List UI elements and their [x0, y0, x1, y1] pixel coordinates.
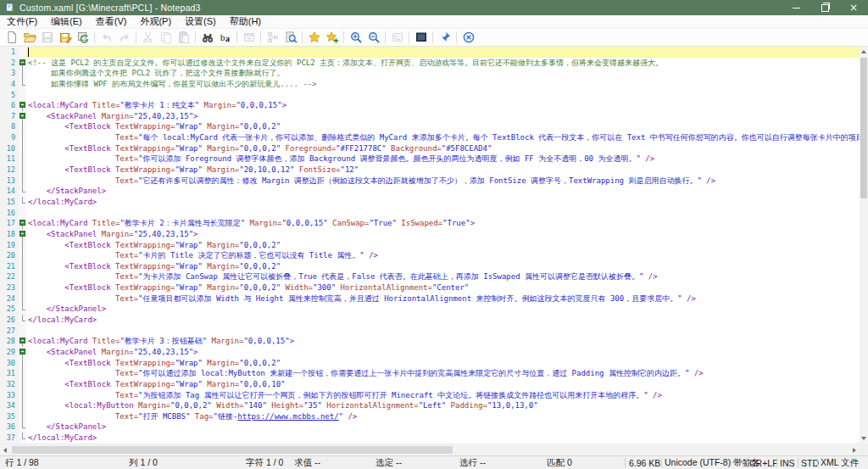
fold-collapse-icon[interactable]	[19, 338, 25, 343]
status-insert-mode[interactable]: INS	[780, 456, 795, 469]
code-text[interactable]: </local:MyCard>	[26, 433, 860, 444]
editor[interactable]: 12<!-- 这是 PCL2 的主页自定义文件。你可以通过修改这个文件来自定义你…	[0, 47, 860, 444]
favorites-button[interactable]	[305, 30, 323, 45]
menu-appearance[interactable]: 外观(P)	[133, 15, 178, 28]
code-text[interactable]: <TextBlock TextWrapping="Wrap" Margin="0…	[26, 240, 860, 251]
fold-margin	[19, 47, 26, 58]
status-line: 行 1 / 98	[5, 456, 39, 469]
open-file-button[interactable]	[20, 30, 38, 45]
add-to-favorites-button[interactable]	[323, 30, 341, 45]
scroll-down-arrow-icon[interactable]	[860, 433, 868, 444]
find-button[interactable]	[198, 30, 216, 45]
horizontal-scrollbar-thumb[interactable]	[12, 446, 453, 454]
code-text[interactable]: Text="打开 MCBBS" Tag="链接-https://www.mcbb…	[26, 411, 860, 422]
code-text[interactable]: </StackPanel>	[26, 304, 860, 315]
status-file-size[interactable]: 6.96 KB	[629, 456, 660, 469]
code-text[interactable]	[26, 326, 860, 337]
code-text[interactable]: 如果你倒腾这个文件把 PCL2 玩炸了，把这个文件直接删除就行了。	[26, 68, 860, 79]
fullscreen-button[interactable]	[412, 30, 430, 45]
code-text[interactable]: Text="它还有许多可以调整的属性：修改 Margin 调整边距（例如这段文本…	[26, 176, 860, 187]
code-text[interactable]: <TextBlock TextWrapping="Wrap" Margin="0…	[26, 358, 860, 369]
code-line: 28<local:MyCard Title="教学卡片 3：按钮基础" Marg…	[0, 336, 860, 347]
code-text[interactable]: <TextBlock TextWrapping="Wrap" Margin="0…	[26, 121, 860, 132]
fold-collapse-icon[interactable]	[19, 102, 25, 108]
code-text[interactable]: <StackPanel Margin="25,40,23,15">	[26, 347, 860, 358]
code-text[interactable]	[26, 208, 860, 219]
zoom-out-button[interactable]	[364, 30, 382, 45]
code-text[interactable]: <TextBlock TextWrapping="Wrap" Margin="0…	[26, 282, 860, 293]
fold-collapse-icon[interactable]	[19, 220, 25, 226]
fold-toggle[interactable]	[19, 218, 26, 229]
fold-collapse-icon[interactable]	[19, 113, 25, 119]
fold-toggle[interactable]	[19, 229, 26, 240]
code-text[interactable]	[26, 90, 860, 101]
fold-collapse-icon[interactable]	[19, 59, 25, 65]
replace-button[interactable]: ba	[216, 30, 234, 45]
new-file-button[interactable]	[3, 30, 20, 45]
scroll-left-arrow-icon[interactable]	[0, 444, 10, 455]
fold-toggle[interactable]	[19, 58, 26, 69]
line-number: 16	[0, 208, 19, 219]
fold-toggle[interactable]	[19, 347, 26, 358]
fold-toggle[interactable]	[19, 100, 26, 111]
code-text[interactable]: <local:MyButton Margin="0,0,0,2" Width="…	[26, 400, 860, 411]
code-text[interactable]: <local:MyCard Title="教学卡片 1：纯文本" Margin=…	[26, 100, 860, 111]
status-eol-mode[interactable]: CR+LF	[749, 456, 778, 469]
revert-file-button[interactable]	[74, 30, 92, 45]
code-text[interactable]: Text="你可以添加 Foreground 调整字体颜色，添加 Backgro…	[26, 154, 860, 165]
code-text[interactable]: </local:MyCard>	[26, 197, 860, 208]
code-text[interactable]: <TextBlock TextWrapping="Wrap" Margin="0…	[26, 379, 860, 390]
fold-collapse-icon[interactable]	[19, 349, 25, 355]
code-text[interactable]: <local:MyCard Title="教学卡片 3：按钮基础" Margin…	[26, 336, 860, 347]
scroll-up-arrow-icon[interactable]	[860, 47, 868, 57]
code-text[interactable]: <local:MyCard Title="教学卡片 2：卡片属性与长宽限定" M…	[26, 218, 860, 229]
code-text[interactable]: 如果你懂得 WPF 的布局文件编写，你甚至可以做出不少的新玩意儿.... -->	[26, 79, 860, 90]
minimize-button[interactable]	[782, 0, 810, 15]
code-text[interactable]: Text="你可以通过添加 local:MyButton 来新建一个按钮，你需要…	[26, 368, 860, 379]
status-file-type[interactable]: XML 文件	[821, 456, 859, 469]
code-text[interactable]: Text="卡片的 Title 决定了它的标题，它也可以没有 Title 属性。…	[26, 250, 860, 261]
code-text[interactable]: <!-- 这是 PCL2 的主页自定义文件。你可以通过修改这个文件来自定义你的 …	[26, 58, 860, 69]
menu-settings[interactable]: 设置(S)	[178, 15, 223, 28]
code-text[interactable]: Text="为按钮添加 Tag 属性可以让它打开一个网页，例如下方的按钮即可打开…	[26, 390, 860, 401]
toolbar-separator	[302, 31, 303, 43]
code-line: 4 如果你懂得 WPF 的布局文件编写，你甚至可以做出不少的新玩意儿.... -…	[0, 79, 860, 90]
line-number: 25	[0, 304, 19, 315]
menu-edit[interactable]: 编辑(E)	[44, 15, 89, 28]
scroll-right-arrow-icon[interactable]	[849, 444, 860, 455]
code-text[interactable]: </StackPanel>	[26, 422, 860, 433]
fullscreen-icon	[415, 31, 428, 44]
code-text[interactable]	[26, 47, 860, 58]
code-text[interactable]: <TextBlock TextWrapping="Wrap" Margin="0…	[26, 261, 860, 272]
code-text[interactable]: </StackPanel>	[26, 186, 860, 197]
vertical-scrollbar[interactable]	[860, 47, 868, 444]
menu-view[interactable]: 查看(V)	[89, 15, 134, 28]
code-text[interactable]: Text="为卡片添加 CanSwap 属性让它可以被折叠，True 代表是，F…	[26, 271, 860, 282]
save-file-button	[38, 30, 56, 45]
fold-collapse-icon[interactable]	[19, 231, 25, 237]
save-file-as-button[interactable]	[56, 30, 74, 45]
code-text[interactable]: Text="每个 local:MyCard 代表一张卡片，你可以添加、删除格式类…	[26, 132, 860, 143]
restore-button[interactable]	[810, 0, 839, 15]
code-text[interactable]: <StackPanel Margin="25,40,23,15">	[26, 229, 860, 240]
code-text[interactable]: <StackPanel Margin="25,40,23,15">	[26, 111, 860, 122]
code-text[interactable]: <TextBlock TextWrapping="Wrap" Margin="0…	[26, 143, 860, 154]
status-encoding[interactable]: Unicode (UTF-8) 带签名	[665, 456, 760, 469]
code-text[interactable]: Text="任意项目都可以添加 Width 与 Height 属性来控制宽高，并…	[26, 293, 860, 304]
code-text[interactable]: </local:MyCard>	[26, 315, 860, 326]
exit-button[interactable]	[459, 30, 477, 45]
vertical-scrollbar-thumb[interactable]	[860, 58, 867, 198]
fold-toggle[interactable]	[19, 336, 26, 347]
status-edit-mode[interactable]: STD	[801, 456, 819, 469]
code-line: 19 <TextBlock TextWrapping="Wrap" Margin…	[0, 240, 860, 251]
close-button[interactable]: ×	[839, 0, 868, 15]
always-on-top-button[interactable]	[436, 30, 453, 45]
fold-toggle[interactable]	[19, 111, 26, 122]
code-text[interactable]: <TextBlock TextWrapping="Wrap" Margin="2…	[26, 165, 860, 176]
menu-file[interactable]: 文件(F)	[0, 15, 44, 28]
zoom-in-button[interactable]	[347, 30, 364, 45]
menu-help[interactable]: 帮助(H)	[223, 15, 268, 28]
toolbar-separator	[409, 31, 409, 43]
zoom-reset-button[interactable]	[281, 30, 299, 45]
horizontal-scrollbar[interactable]	[0, 444, 860, 455]
